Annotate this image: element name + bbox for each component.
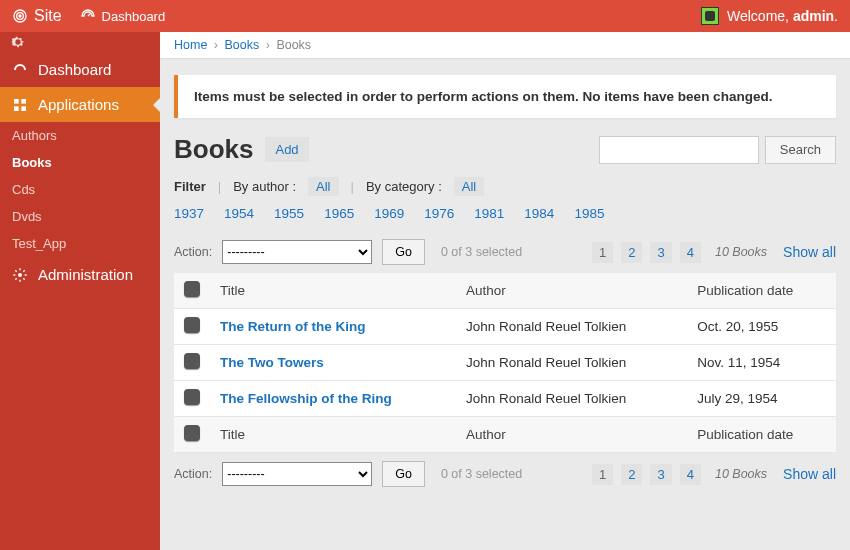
crumb-current: Books bbox=[276, 38, 311, 52]
action-label: Action: bbox=[174, 245, 212, 259]
year-link[interactable]: 1969 bbox=[374, 206, 404, 221]
col-title[interactable]: Title bbox=[210, 273, 456, 309]
page-3[interactable]: 3 bbox=[650, 242, 671, 263]
sidebar-item-label: Dashboard bbox=[38, 61, 111, 78]
pager: 1 2 3 4 10 Books Show all bbox=[592, 242, 836, 263]
table-row: The Two Towers John Ronald Reuel Tolkien… bbox=[174, 345, 836, 381]
main: Home › Books › Books Items must be selec… bbox=[160, 32, 850, 550]
sidebar-item-applications[interactable]: Applications bbox=[0, 87, 160, 122]
search-button[interactable]: Search bbox=[765, 136, 836, 164]
page-1[interactable]: 1 bbox=[592, 464, 613, 485]
dashboard-icon bbox=[12, 62, 28, 78]
book-title-link[interactable]: The Fellowship of the Ring bbox=[220, 391, 392, 406]
page-3[interactable]: 3 bbox=[650, 464, 671, 485]
sidebar-sub-books[interactable]: Books bbox=[0, 149, 160, 176]
target-icon bbox=[12, 8, 28, 24]
book-pubdate: Oct. 20, 1955 bbox=[687, 309, 836, 345]
books-table: Title Author Publication date The Return… bbox=[174, 273, 836, 453]
go-button[interactable]: Go bbox=[382, 461, 425, 487]
table-row: The Return of the King John Ronald Reuel… bbox=[174, 309, 836, 345]
action-select[interactable]: --------- bbox=[222, 462, 372, 486]
page-1[interactable]: 1 bbox=[592, 242, 613, 263]
year-link[interactable]: 1955 bbox=[274, 206, 304, 221]
book-title-link[interactable]: The Return of the King bbox=[220, 319, 366, 334]
col-author[interactable]: Author bbox=[456, 417, 687, 453]
col-pub[interactable]: Publication date bbox=[687, 273, 836, 309]
gear-icon bbox=[10, 34, 26, 50]
book-author: John Ronald Reuel Tolkien bbox=[456, 345, 687, 381]
filter-by-category-label: By category : bbox=[366, 179, 442, 194]
year-link[interactable]: 1985 bbox=[574, 206, 604, 221]
year-link[interactable]: 1937 bbox=[174, 206, 204, 221]
page-4[interactable]: 4 bbox=[680, 242, 701, 263]
filter-row: Filter | By author : All | By category :… bbox=[160, 165, 850, 200]
year-link[interactable]: 1954 bbox=[224, 206, 254, 221]
total-count: 10 Books bbox=[715, 245, 767, 259]
select-all-checkbox[interactable] bbox=[184, 281, 200, 297]
sidebar-item-label: Administration bbox=[38, 266, 133, 283]
sidebar-sub-dvds[interactable]: Dvds bbox=[0, 203, 160, 230]
selection-count: 0 of 3 selected bbox=[441, 467, 522, 481]
book-pubdate: Nov. 11, 1954 bbox=[687, 345, 836, 381]
sidebar-item-dashboard[interactable]: Dashboard bbox=[0, 52, 160, 87]
sidebar-settings[interactable] bbox=[0, 32, 160, 52]
page-2[interactable]: 2 bbox=[621, 464, 642, 485]
crumb-home[interactable]: Home bbox=[174, 38, 207, 52]
col-author[interactable]: Author bbox=[456, 273, 687, 309]
search-input[interactable] bbox=[599, 136, 759, 164]
page-2[interactable]: 2 bbox=[621, 242, 642, 263]
sidebar-sub-testapp[interactable]: Test_App bbox=[0, 230, 160, 257]
sidebar-item-label: Applications bbox=[38, 96, 119, 113]
sidebar-sub-authors[interactable]: Authors bbox=[0, 122, 160, 149]
welcome-text: Welcome, admin. bbox=[727, 8, 838, 24]
filter-category-all[interactable]: All bbox=[454, 177, 484, 196]
message-banner: Items must be selected in order to perfo… bbox=[174, 75, 836, 118]
book-author: John Ronald Reuel Tolkien bbox=[456, 381, 687, 417]
breadcrumb: Home › Books › Books bbox=[160, 32, 850, 59]
book-pubdate: July 29, 1954 bbox=[687, 381, 836, 417]
col-title[interactable]: Title bbox=[210, 417, 456, 453]
pager: 1 2 3 4 10 Books Show all bbox=[592, 464, 836, 485]
svg-point-2 bbox=[19, 15, 21, 17]
page-4[interactable]: 4 bbox=[680, 464, 701, 485]
topbar-dashboard-label: Dashboard bbox=[102, 9, 166, 24]
admin-icon bbox=[12, 267, 28, 283]
site-label: Site bbox=[34, 7, 62, 25]
year-filter-row: 1937 1954 1955 1965 1969 1976 1981 1984 … bbox=[160, 200, 850, 231]
svg-rect-5 bbox=[14, 106, 19, 111]
action-select[interactable]: --------- bbox=[222, 240, 372, 264]
topbar: Site Dashboard Welcome, admin. bbox=[0, 0, 850, 32]
select-all-checkbox-bottom[interactable] bbox=[184, 425, 200, 441]
row-checkbox[interactable] bbox=[184, 353, 200, 369]
filter-by-author-label: By author : bbox=[233, 179, 296, 194]
go-button[interactable]: Go bbox=[382, 239, 425, 265]
book-author: John Ronald Reuel Tolkien bbox=[456, 309, 687, 345]
sidebar-item-administration[interactable]: Administration bbox=[0, 257, 160, 292]
book-title-link[interactable]: The Two Towers bbox=[220, 355, 324, 370]
filter-author-all[interactable]: All bbox=[308, 177, 338, 196]
crumb-books[interactable]: Books bbox=[224, 38, 259, 52]
year-link[interactable]: 1984 bbox=[524, 206, 554, 221]
show-all-link[interactable]: Show all bbox=[783, 466, 836, 482]
dashboard-icon bbox=[80, 8, 96, 24]
sidebar: Dashboard Applications Authors Books Cds… bbox=[0, 32, 160, 550]
sidebar-sub-cds[interactable]: Cds bbox=[0, 176, 160, 203]
site-brand[interactable]: Site bbox=[12, 7, 62, 25]
row-checkbox[interactable] bbox=[184, 317, 200, 333]
svg-rect-4 bbox=[21, 99, 26, 104]
year-link[interactable]: 1965 bbox=[324, 206, 354, 221]
avatar[interactable] bbox=[701, 7, 719, 25]
svg-rect-6 bbox=[21, 106, 26, 111]
col-pub[interactable]: Publication date bbox=[687, 417, 836, 453]
year-link[interactable]: 1981 bbox=[474, 206, 504, 221]
apps-icon bbox=[12, 97, 28, 113]
table-row: The Fellowship of the Ring John Ronald R… bbox=[174, 381, 836, 417]
svg-rect-3 bbox=[14, 99, 19, 104]
show-all-link[interactable]: Show all bbox=[783, 244, 836, 260]
year-link[interactable]: 1976 bbox=[424, 206, 454, 221]
topbar-breadcrumb[interactable]: Dashboard bbox=[80, 8, 166, 24]
page-title: Books bbox=[174, 134, 253, 165]
action-label: Action: bbox=[174, 467, 212, 481]
row-checkbox[interactable] bbox=[184, 389, 200, 405]
add-button[interactable]: Add bbox=[265, 137, 308, 162]
